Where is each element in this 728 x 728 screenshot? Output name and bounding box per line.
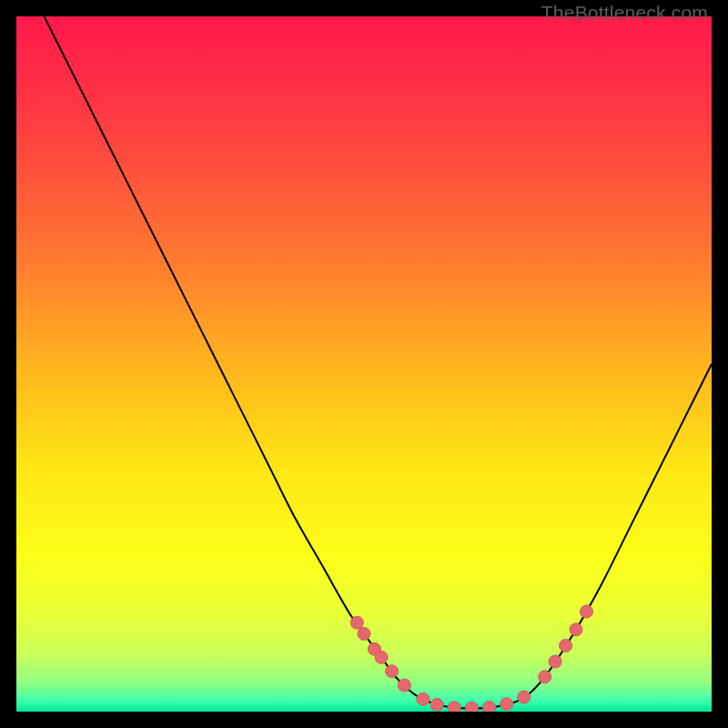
curve-marker: [448, 702, 460, 712]
curve-marker: [549, 655, 561, 668]
curve-marker: [483, 701, 496, 712]
curve-marker: [386, 665, 399, 678]
curve-marker: [580, 605, 592, 618]
gradient-background: [16, 16, 712, 712]
curve-marker: [350, 616, 363, 629]
bottleneck-chart: [16, 16, 712, 712]
curve-marker: [518, 691, 531, 703]
curve-marker: [358, 627, 370, 640]
curve-marker: [417, 693, 430, 705]
curve-marker: [430, 698, 443, 711]
chart-frame: [16, 16, 712, 712]
curve-marker: [539, 671, 551, 683]
curve-marker: [398, 679, 410, 692]
curve-marker: [570, 623, 582, 636]
curve-marker: [465, 702, 478, 712]
curve-marker: [500, 698, 513, 711]
curve-marker: [560, 639, 572, 652]
watermark-text: TheBottleneck.com: [541, 2, 708, 24]
curve-marker: [375, 651, 388, 663]
